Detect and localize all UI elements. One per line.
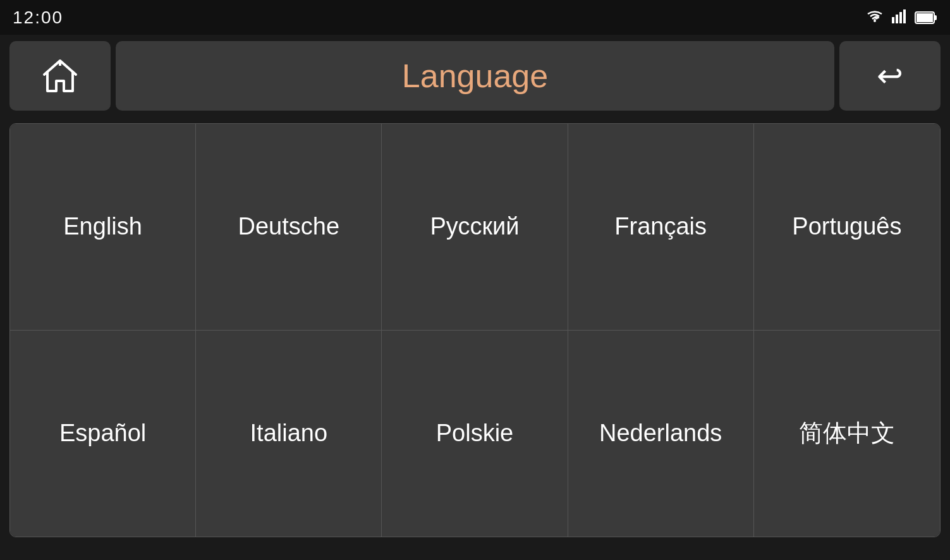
svg-rect-6: [917, 13, 933, 22]
language-option-portuguese[interactable]: Português: [754, 124, 940, 331]
svg-rect-4: [903, 9, 906, 23]
back-icon: ↩: [877, 58, 903, 94]
header: Language ↩: [0, 35, 950, 117]
back-button[interactable]: ↩: [839, 41, 941, 111]
language-option-spanish[interactable]: Español: [10, 331, 196, 537]
language-option-russian[interactable]: Русский: [382, 124, 568, 331]
header-title-area: Language: [116, 41, 834, 111]
language-option-dutch[interactable]: Nederlands: [568, 331, 754, 537]
status-bar: 12:00: [0, 0, 950, 35]
status-icons: [865, 8, 937, 27]
svg-rect-1: [892, 17, 894, 23]
language-option-french[interactable]: Français: [568, 124, 754, 331]
language-grid: English Deutsche Русский Français Portug…: [9, 123, 941, 537]
signal-icon: [891, 8, 908, 27]
language-option-deutsche[interactable]: Deutsche: [196, 124, 382, 331]
home-icon: [41, 57, 79, 95]
language-option-italian[interactable]: Italiano: [196, 331, 382, 537]
status-time: 12:00: [13, 8, 63, 28]
home-button[interactable]: [9, 41, 111, 111]
svg-point-0: [874, 20, 876, 22]
page-title: Language: [402, 57, 548, 95]
language-grid-container: English Deutsche Русский Français Portug…: [0, 117, 950, 547]
svg-rect-3: [899, 12, 902, 23]
language-option-polish[interactable]: Polskie: [382, 331, 568, 537]
wifi-icon: [865, 8, 884, 27]
svg-rect-7: [934, 15, 937, 20]
battery-icon: [915, 11, 937, 25]
svg-rect-2: [896, 15, 898, 23]
language-option-chinese-simplified[interactable]: 简体中文: [754, 331, 940, 537]
language-option-english[interactable]: English: [10, 124, 196, 331]
